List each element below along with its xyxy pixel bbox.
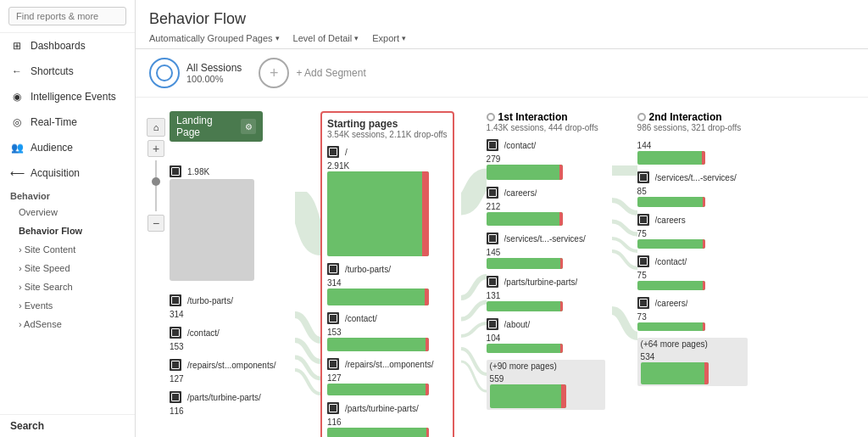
si-node-4-label: /contact/: [655, 257, 687, 266]
level-detail-button[interactable]: Level of Detail ▾: [293, 33, 359, 43]
sidebar-item-audience[interactable]: 👥 Audience: [0, 135, 135, 160]
sidebar-item-site-search[interactable]: › Site Search: [0, 277, 135, 296]
segment-percentage: 100.00%: [186, 74, 242, 84]
chevron-down-icon: ▾: [275, 34, 280, 42]
sidebar-item-events[interactable]: › Events: [0, 296, 135, 315]
fi-node-5-count: 104: [487, 333, 501, 343]
flow-lines-svg-3: [612, 154, 637, 425]
sp-node-5-label: /parts/turbine-parts/: [345, 404, 419, 413]
starting-node-3[interactable]: /contact/ 153: [327, 312, 448, 351]
si-node-5-count: 73: [637, 312, 647, 322]
zoom-in-button[interactable]: +: [147, 140, 164, 157]
fi-node-3[interactable]: /services/t...-services/ 145: [487, 233, 605, 269]
starting-node-4[interactable]: /repairs/st...omponents/ 127: [327, 358, 448, 395]
fi-node-2-count: 212: [487, 202, 501, 211]
si-node-5[interactable]: /careers/ 73: [637, 297, 748, 331]
sp-node-1-count: 2.91K: [327, 161, 349, 171]
landing-node-5-count: 116: [170, 406, 184, 416]
si-icon-3: [637, 214, 649, 226]
grid-icon: ⊞: [10, 39, 24, 53]
add-segment-circle: +: [259, 58, 289, 88]
si-node-4[interactable]: /contact/ 75: [637, 255, 748, 290]
si-node-6-label: (+64 more pages): [641, 339, 708, 349]
sidebar-item-realtime[interactable]: ◎ Real-Time: [0, 109, 135, 135]
page-icon-5: [170, 391, 181, 403]
sidebar-item-acquisition[interactable]: ⟵ Acquisition: [0, 160, 135, 186]
main-header: Behavior Flow Automatically Grouped Page…: [136, 0, 868, 49]
grouped-pages-button[interactable]: Automatically Grouped Pages ▾: [149, 33, 280, 43]
fi-node-2[interactable]: /careers/ 212: [487, 187, 605, 226]
fi-icon-2: [487, 187, 498, 199]
landing-node-4[interactable]: /repairs/st...omponents/ 127: [170, 359, 288, 384]
landing-col-label: Landing Page: [176, 115, 237, 138]
gear-icon[interactable]: ⚙: [241, 119, 256, 134]
search-footer-label: Search: [0, 414, 135, 437]
segment-all-sessions: All Sessions 100.00%: [149, 58, 242, 88]
si-node-2-label: /services/t...-services/: [655, 173, 737, 182]
sidebar-label-acquisition: Acquisition: [31, 167, 80, 179]
second-interaction-header: 2nd Interaction 986 sessions, 321 drop-o…: [637, 111, 748, 132]
sidebar-item-behavior-flow[interactable]: Behavior Flow: [0, 221, 135, 240]
sp-icon-4: [327, 358, 339, 370]
zoom-track: [155, 160, 157, 211]
zoom-out-button[interactable]: −: [147, 215, 164, 232]
sidebar-label-shortcuts: Shortcuts: [31, 65, 74, 77]
page-icon-2: [170, 294, 181, 306]
landing-node-5[interactable]: /parts/turbine-parts/ 116: [170, 391, 288, 417]
connector-band-2: [461, 154, 487, 428]
si-node-6[interactable]: (+64 more pages) 534: [637, 338, 748, 386]
sidebar-label-realtime: Real-Time: [31, 116, 77, 128]
fi-node-1-label: /contact/: [504, 141, 537, 150]
starting-node-5[interactable]: /parts/turbine-parts/ 116: [327, 402, 448, 437]
landing-main-node[interactable]: 1.98K: [170, 165, 288, 281]
fi-node-6[interactable]: (+90 more pages) 559: [487, 360, 605, 410]
landing-node-4-count: 127: [170, 374, 184, 384]
sp-node-3-label: /contact/: [345, 314, 377, 323]
sp-icon-2: [327, 263, 339, 275]
landing-node-3[interactable]: /contact/ 153: [170, 327, 288, 352]
connector-band-3: [612, 154, 637, 428]
starting-pages-stats: 3.54K sessions, 2.11K drop-offs: [327, 130, 448, 139]
starting-node-1[interactable]: / 2.91K: [327, 146, 448, 256]
sidebar-item-overview[interactable]: Overview: [0, 203, 135, 221]
page-icon-4: [170, 359, 181, 371]
sidebar-item-site-content[interactable]: › Site Content: [0, 240, 135, 259]
sidebar-item-dashboards[interactable]: ⊞ Dashboards: [0, 33, 135, 59]
si-node-2[interactable]: /services/t...-services/ 85: [637, 171, 748, 207]
landing-sub-nodes: /turbo-parts/ 314 /contact/ 153: [170, 294, 288, 423]
landing-node-2[interactable]: /turbo-parts/ 314: [170, 294, 288, 320]
segment-circle-inner: [156, 64, 173, 81]
search-input[interactable]: [8, 7, 126, 25]
fi-node-5[interactable]: /about/ 104: [487, 318, 605, 353]
si-node-6-count: 534: [641, 352, 655, 361]
landing-node-5-label: /parts/turbine-parts/: [187, 393, 261, 402]
sidebar-item-adsense[interactable]: › AdSense: [0, 315, 135, 333]
fi-node-4[interactable]: /parts/turbine-parts/ 131: [487, 276, 605, 311]
fi-icon-5: [487, 318, 498, 330]
sp-node-1-label: /: [345, 148, 348, 157]
fi-node-1-count: 279: [487, 154, 501, 164]
si-node-3-count: 75: [637, 229, 647, 238]
si-node-3[interactable]: /careers 75: [637, 214, 748, 249]
sp-node-5-count: 116: [327, 417, 342, 427]
first-interaction-header: 1st Interaction 1.43K sessions, 444 drop…: [487, 111, 605, 132]
fi-node-2-label: /careers/: [504, 188, 537, 198]
starting-node-2[interactable]: /turbo-parts/ 314: [327, 263, 448, 305]
home-button[interactable]: ⌂: [147, 118, 165, 137]
fi-node-1[interactable]: /contact/ 279: [487, 139, 605, 180]
fi-node-4-label: /parts/turbine-parts/: [504, 277, 578, 287]
flow-lines-svg-2: [461, 154, 487, 425]
sidebar-item-site-speed[interactable]: › Site Speed: [0, 259, 135, 277]
sidebar-item-intelligence[interactable]: ◉ Intelligence Events: [0, 84, 135, 109]
add-segment-button[interactable]: + + Add Segment: [259, 58, 365, 88]
landing-node-4-label: /repairs/st...omponents/: [187, 361, 276, 370]
zoom-thumb: [152, 177, 160, 186]
second-interaction-title: 2nd Interaction: [649, 111, 722, 123]
export-button[interactable]: Export ▾: [372, 33, 406, 43]
sidebar-label-dashboards: Dashboards: [31, 40, 86, 52]
si-node-1[interactable]: 144: [637, 139, 748, 165]
landing-node-1-label: 1.98K: [187, 167, 209, 176]
sidebar-item-shortcuts[interactable]: ← Shortcuts: [0, 59, 135, 84]
fi-node-3-label: /services/t...-services/: [504, 234, 586, 244]
lightbulb-icon: ◉: [10, 90, 24, 104]
